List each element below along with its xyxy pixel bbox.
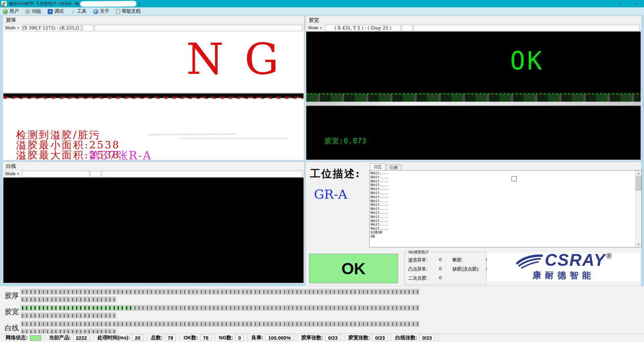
status-item-value: 78 [165, 335, 176, 341]
menu-item-help-doc[interactable]: 帮助文档 [116, 8, 141, 14]
indicator-square [220, 305, 224, 310]
indicator-square [353, 305, 357, 310]
indicator-square [96, 289, 99, 294]
menu-item-debug[interactable]: ×调试 [48, 8, 64, 14]
indicator-square [92, 313, 95, 318]
scrollbar-thumb[interactable] [636, 176, 641, 191]
indicator-square [291, 321, 294, 327]
status-item: 当前产品:2222 [45, 335, 94, 341]
window-title-prefix: 侧涂AOI程序 【当前用户: OEM】 编 [9, 1, 79, 7]
indicator-square [320, 289, 324, 294]
indicator-square [241, 289, 245, 294]
indicator-square [416, 305, 419, 310]
menu-item-label: 功能 [32, 8, 41, 14]
indicator-square [366, 289, 369, 294]
indicator-square [29, 297, 33, 302]
log-line: Wait.... [371, 183, 635, 187]
ng-stat-label: 断胶: [452, 257, 486, 263]
indicator-square [349, 289, 353, 294]
ng-stats-title: NG类型统计 [408, 250, 430, 255]
indicator-square [179, 305, 182, 310]
indicator-square [224, 321, 228, 327]
station-description-label: 工位描述: [310, 167, 360, 181]
scroll-down-icon[interactable]: ▼ [636, 242, 641, 247]
indicator-square [332, 321, 336, 327]
menu-item-user[interactable]: 用户 [3, 8, 19, 14]
mode-dropdown[interactable]: Mode ▼ [4, 26, 21, 30]
indicator-square [416, 321, 419, 327]
indicator-square [212, 321, 216, 327]
log-checkbox[interactable] [512, 176, 517, 181]
detect-message-line: 检测到溢胶/脏污 [16, 130, 120, 140]
indicator-group-label: 白线 [5, 323, 19, 333]
window-title: 侧涂AOI程序 【当前用户: OEM】 编 1 [9, 1, 141, 7]
indicator-square-green [112, 305, 116, 310]
indicator-square [54, 313, 58, 318]
indicator-square [349, 305, 353, 310]
indicator-square [374, 321, 378, 327]
indicator-square [258, 289, 261, 294]
indicator-square [66, 321, 70, 327]
mode-dropdown[interactable]: Mode ▼ [307, 26, 324, 30]
status-item-label: OK数: [183, 335, 198, 341]
mode-dropdown[interactable]: Mode ▼ [4, 172, 21, 176]
indicator-square [337, 305, 340, 310]
network-status-label: 网络状态: [6, 335, 28, 341]
indicator-square [54, 289, 58, 294]
indicator-square [320, 321, 324, 327]
log-tab-1[interactable]: 心跳 [386, 164, 401, 170]
status-item: 白线张数:0/23 [391, 335, 438, 341]
width-image-view[interactable]: OK 胶宽:0.873 [306, 32, 641, 160]
indicator-square [166, 321, 170, 327]
indicator-square [316, 305, 320, 310]
ng-stats-grid: 波浪异常:0断胶:0凸点异常:0缺胶(没点胶):0二次点胶:0 [405, 252, 486, 281]
white-line-image-view[interactable] [3, 178, 304, 283]
indicator-square [370, 305, 374, 310]
menu-item-function[interactable]: 功能 [25, 8, 41, 14]
menu-item-about[interactable]: i关于 [93, 8, 109, 14]
indicator-square [412, 305, 415, 310]
close-button[interactable]: × [629, 0, 644, 7]
minimize-button[interactable]: – [598, 0, 613, 7]
indicator-square-green [120, 305, 124, 310]
indicator-square [154, 305, 158, 310]
status-item-value: 0/23 [419, 335, 434, 341]
log-list[interactable]: Wait....Wait....Wait....Wait....Wait....… [369, 170, 642, 247]
thickness-image-view[interactable]: NG 检测到溢胶/脏污溢胶最小面积:2538溢胶最大面积:2538 第37张R-… [3, 32, 304, 160]
mode-label: Mode [5, 172, 15, 176]
menu-item-tools[interactable]: ↓工具 [70, 8, 87, 14]
indicator-square-green [33, 305, 37, 310]
maximize-button[interactable]: □ [613, 0, 629, 7]
indicator-square [341, 321, 344, 327]
indicator-square [71, 321, 74, 327]
toolbar-small-box [90, 171, 101, 177]
status-item-label: 当前产品: [49, 335, 71, 341]
status-item-label: 白线张数: [395, 335, 417, 341]
indicator-square [204, 305, 207, 310]
log-scrollbar[interactable]: ▲ ▼ [635, 170, 641, 247]
indicator-square-green [46, 305, 49, 310]
indicator-square [237, 321, 240, 327]
indicator-square [83, 313, 87, 318]
indicator-square [266, 289, 270, 294]
indicator-square [291, 305, 294, 310]
ng-stat-label: 缺胶(没点胶): [452, 266, 486, 272]
indicator-square [179, 289, 182, 294]
glue-line-band [306, 93, 641, 107]
indicator-square [254, 305, 257, 310]
status-item-value: 0/23 [372, 335, 387, 341]
indicator-square [332, 305, 336, 310]
indicator-square [328, 305, 332, 310]
indicator-square [278, 305, 282, 310]
log-tab-0[interactable]: 日志 [370, 163, 385, 170]
indicator-square [220, 321, 224, 327]
indicator-square [21, 313, 24, 318]
status-item: OK数:78 [180, 335, 215, 341]
scroll-up-icon[interactable]: ▲ [636, 170, 641, 176]
ng-stat-value: 0 [439, 257, 452, 263]
indicator-square [241, 305, 245, 310]
status-item-value: 78 [200, 335, 211, 341]
indicator-square [38, 289, 41, 294]
indicator-square [25, 313, 29, 318]
indicator-square [366, 321, 369, 327]
